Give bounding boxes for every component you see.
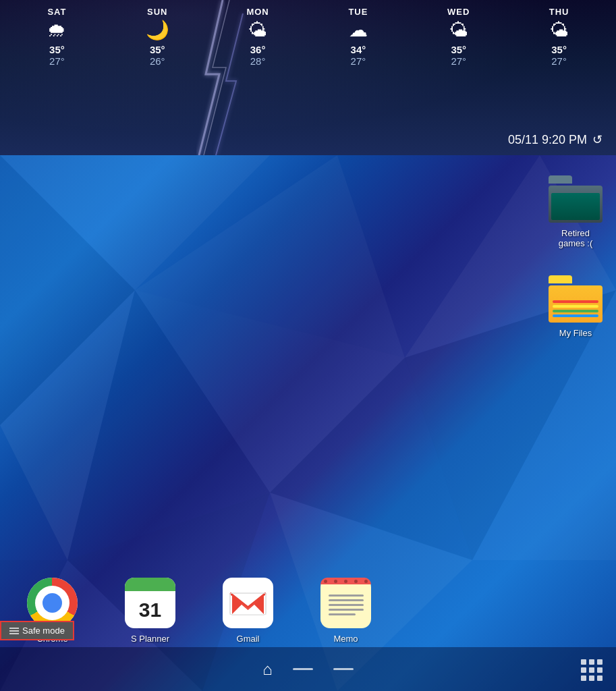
stripe-green [553, 310, 598, 312]
temp-high-thu: 35° [551, 44, 567, 55]
memo-lines [323, 585, 369, 621]
safe-mode-label: Safe mode [22, 626, 65, 636]
temp-low-mon: 28° [250, 55, 266, 67]
weather-widget: SAT 🌧 35° 27° SUN 🌙 35° 26° MON 🌤 36° 28… [0, 0, 616, 155]
temp-high-wed: 35° [451, 44, 466, 55]
memo-label: Memo [333, 634, 358, 644]
weather-icon-thu: 🌤 [550, 21, 569, 40]
day-name-mon: MON [246, 7, 269, 17]
stripe-yellow [553, 305, 598, 308]
navigation-bar: ⌂ [0, 647, 616, 691]
back-button[interactable] [293, 668, 313, 670]
day-name-thu: THU [549, 7, 569, 17]
gmail-label: Gmail [237, 634, 260, 644]
weather-icon-tue: ☁ [349, 21, 368, 40]
splanner-icon: 31 [125, 578, 175, 628]
retired-games-folder[interactable]: Retiredgames :( [549, 175, 603, 248]
memo-line-2 [329, 599, 364, 601]
safe-mode-badge: Safe mode [0, 621, 74, 640]
chrome-center [43, 593, 62, 613]
folder-retired-body [549, 186, 603, 223]
day-name-sat: SAT [47, 7, 66, 17]
memo-hole-5 [364, 580, 368, 583]
apps-dot-6 [597, 667, 603, 673]
folder-myfiles-tab [549, 275, 572, 283]
weather-days: SAT 🌧 35° 27° SUN 🌙 35° 26° MON 🌤 36° 28… [0, 0, 616, 127]
homescreen: Retiredgames :( My Files [0, 155, 616, 691]
weather-day-wed: WED 🌤 35° 27° [408, 7, 509, 127]
apps-drawer-button[interactable] [581, 659, 603, 681]
temp-low-sat: 27° [49, 55, 65, 67]
apps-dot-3 [597, 659, 603, 665]
weather-footer: 05/11 9:20 PM ↺ [0, 127, 616, 155]
dock: Chrome 31 S Planner [0, 578, 616, 644]
apps-grid-icon [581, 659, 603, 681]
desktop-icons: Retiredgames :( My Files [549, 175, 603, 338]
splanner-label: S Planner [131, 634, 169, 644]
weather-icon-wed: 🌤 [449, 21, 468, 40]
memo-hole-2 [334, 580, 337, 583]
apps-dot-4 [581, 667, 586, 673]
memo-line-4 [329, 609, 364, 611]
weather-datetime: 05/11 9:20 PM [508, 133, 587, 147]
temp-high-sat: 35° [49, 44, 65, 55]
folder-myfiles-body [549, 285, 603, 323]
memo-hole-3 [344, 580, 347, 583]
weather-day-mon: MON 🌤 36° 28° [208, 7, 308, 127]
apps-dot-5 [589, 667, 594, 673]
apps-dot-7 [581, 675, 586, 681]
temp-high-sun: 35° [150, 44, 165, 55]
safe-line-1 [9, 628, 19, 629]
retired-games-label: Retiredgames :( [559, 228, 593, 248]
splanner-date: 31 [139, 599, 161, 621]
memo-icon [320, 578, 371, 628]
stripe-red [553, 300, 598, 303]
splanner-body: 31 [125, 591, 175, 628]
my-files-folder[interactable]: My Files [549, 275, 603, 338]
gmail-app[interactable]: Gmail [223, 578, 273, 644]
gmail-icon [223, 578, 273, 628]
memo-line-3 [329, 604, 364, 606]
safe-icon [9, 628, 19, 634]
temp-low-wed: 27° [451, 55, 466, 67]
weather-day-tue: TUE ☁ 34° 27° [308, 7, 408, 127]
folder-retired-icon [549, 175, 603, 223]
weather-icon-sun: 🌙 [146, 21, 169, 40]
my-files-label: My Files [559, 328, 592, 338]
temp-low-thu: 27° [551, 55, 567, 67]
temp-low-tue: 27° [351, 55, 366, 67]
recents-button[interactable] [333, 668, 354, 670]
home-button[interactable]: ⌂ [262, 660, 273, 679]
temp-low-sun: 26° [150, 55, 165, 67]
day-name-sun: SUN [147, 7, 167, 17]
memo-app[interactable]: Memo [320, 578, 371, 644]
apps-dot-8 [589, 675, 594, 681]
apps-dot-2 [589, 659, 594, 665]
weather-day-sun: SUN 🌙 35° 26° [107, 7, 208, 127]
folder-retired-tab [549, 175, 572, 184]
memo-line-1 [329, 595, 364, 597]
memo-hole-1 [324, 580, 327, 583]
folder-myfiles-icon [549, 275, 603, 323]
memo-hole-4 [354, 580, 358, 583]
weather-icon-mon: 🌤 [248, 21, 267, 40]
temp-high-tue: 34° [351, 44, 366, 55]
folder-retired-inner [551, 193, 600, 220]
apps-dot-9 [597, 675, 603, 681]
splanner-header [125, 578, 175, 591]
weather-day-sat: SAT 🌧 35° 27° [7, 7, 107, 127]
day-name-wed: WED [447, 7, 470, 17]
memo-line-5 [329, 613, 356, 615]
safe-mode-box: Safe mode [0, 621, 74, 640]
memo-holes [320, 580, 371, 583]
refresh-icon[interactable]: ↺ [592, 132, 603, 147]
temp-high-mon: 36° [250, 44, 266, 55]
stripe-blue [553, 314, 598, 317]
apps-dot-1 [581, 659, 586, 665]
safe-line-2 [9, 630, 19, 632]
weather-icon-sat: 🌧 [47, 21, 66, 40]
safe-line-3 [9, 633, 19, 634]
splanner-app[interactable]: 31 S Planner [125, 578, 175, 644]
gmail-svg [229, 590, 267, 617]
weather-day-thu: THU 🌤 35° 27° [509, 7, 609, 127]
